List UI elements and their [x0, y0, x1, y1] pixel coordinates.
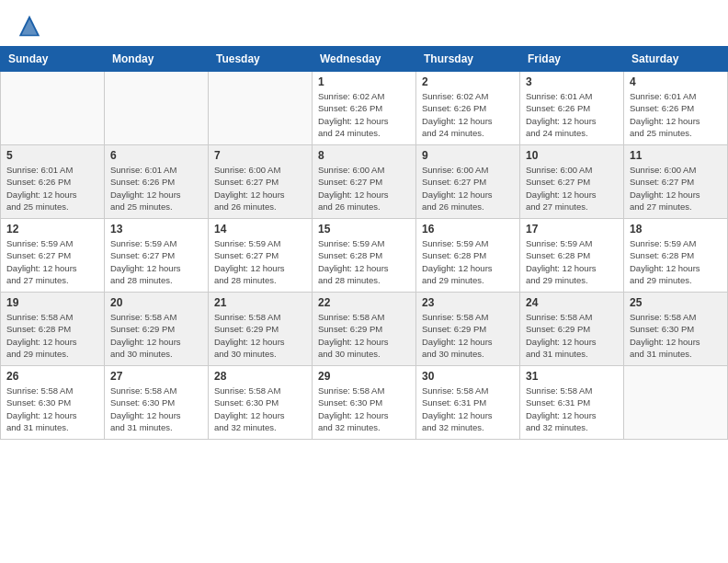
week-row-4: 19Sunrise: 5:58 AM Sunset: 6:28 PM Dayli… — [1, 293, 728, 366]
calendar-cell: 4Sunrise: 6:01 AM Sunset: 6:26 PM Daylig… — [624, 72, 728, 145]
calendar-cell — [1, 72, 105, 145]
header-monday: Monday — [105, 47, 209, 72]
calendar-cell — [209, 72, 313, 145]
calendar-cell: 31Sunrise: 5:58 AM Sunset: 6:31 PM Dayli… — [520, 366, 624, 440]
header-saturday: Saturday — [624, 47, 728, 72]
day-number: 9 — [422, 149, 514, 162]
calendar-cell: 11Sunrise: 6:00 AM Sunset: 6:27 PM Dayli… — [624, 145, 728, 219]
calendar-cell: 15Sunrise: 5:59 AM Sunset: 6:28 PM Dayli… — [313, 219, 416, 293]
header-thursday: Thursday — [416, 47, 520, 72]
calendar-cell: 17Sunrise: 5:59 AM Sunset: 6:28 PM Dayli… — [520, 219, 624, 293]
calendar-cell: 5Sunrise: 6:01 AM Sunset: 6:26 PM Daylig… — [1, 145, 105, 219]
day-number: 1 — [318, 75, 410, 88]
header-wednesday: Wednesday — [313, 47, 416, 72]
header-friday: Friday — [520, 47, 624, 72]
calendar-header-row: SundayMondayTuesdayWednesdayThursdayFrid… — [1, 47, 728, 72]
calendar-cell: 12Sunrise: 5:59 AM Sunset: 6:27 PM Dayli… — [1, 219, 105, 293]
calendar-cell: 10Sunrise: 6:00 AM Sunset: 6:27 PM Dayli… — [520, 145, 624, 219]
day-number: 4 — [630, 75, 722, 88]
day-number: 13 — [110, 223, 202, 236]
calendar-cell: 9Sunrise: 6:00 AM Sunset: 6:27 PM Daylig… — [416, 145, 520, 219]
day-number: 31 — [526, 370, 618, 383]
day-number: 29 — [318, 370, 410, 383]
day-number: 12 — [6, 223, 98, 236]
day-info: Sunrise: 5:59 AM Sunset: 6:28 PM Dayligh… — [630, 237, 722, 286]
day-info: Sunrise: 5:58 AM Sunset: 6:29 PM Dayligh… — [110, 311, 202, 360]
day-info: Sunrise: 6:00 AM Sunset: 6:27 PM Dayligh… — [526, 164, 618, 213]
day-number: 28 — [214, 370, 306, 383]
day-number: 26 — [6, 370, 98, 383]
calendar-cell: 29Sunrise: 5:58 AM Sunset: 6:30 PM Dayli… — [313, 366, 416, 440]
calendar-cell: 1Sunrise: 6:02 AM Sunset: 6:26 PM Daylig… — [313, 72, 416, 145]
header-sunday: Sunday — [1, 47, 105, 72]
day-info: Sunrise: 5:59 AM Sunset: 6:27 PM Dayligh… — [6, 237, 98, 286]
day-info: Sunrise: 5:58 AM Sunset: 6:31 PM Dayligh… — [526, 385, 618, 433]
day-info: Sunrise: 5:59 AM Sunset: 6:28 PM Dayligh… — [526, 237, 618, 286]
calendar-cell: 27Sunrise: 5:58 AM Sunset: 6:30 PM Dayli… — [105, 366, 209, 440]
day-number: 10 — [526, 149, 618, 162]
week-row-3: 12Sunrise: 5:59 AM Sunset: 6:27 PM Dayli… — [1, 219, 728, 293]
day-info: Sunrise: 5:58 AM Sunset: 6:29 PM Dayligh… — [318, 311, 410, 360]
calendar-cell: 16Sunrise: 5:59 AM Sunset: 6:28 PM Dayli… — [416, 219, 520, 293]
calendar-cell: 8Sunrise: 6:00 AM Sunset: 6:27 PM Daylig… — [313, 145, 416, 219]
day-info: Sunrise: 5:59 AM Sunset: 6:28 PM Dayligh… — [422, 237, 514, 286]
day-number: 2 — [422, 75, 514, 88]
calendar-cell — [105, 72, 209, 145]
day-info: Sunrise: 6:01 AM Sunset: 6:26 PM Dayligh… — [6, 164, 98, 213]
calendar-cell: 2Sunrise: 6:02 AM Sunset: 6:26 PM Daylig… — [416, 72, 520, 145]
day-number: 17 — [526, 223, 618, 236]
day-number: 7 — [214, 149, 306, 162]
day-info: Sunrise: 6:00 AM Sunset: 6:27 PM Dayligh… — [318, 164, 410, 213]
calendar-cell: 26Sunrise: 5:58 AM Sunset: 6:30 PM Dayli… — [1, 366, 105, 440]
day-info: Sunrise: 5:58 AM Sunset: 6:29 PM Dayligh… — [214, 311, 306, 360]
week-row-2: 5Sunrise: 6:01 AM Sunset: 6:26 PM Daylig… — [1, 145, 728, 219]
calendar-cell: 19Sunrise: 5:58 AM Sunset: 6:28 PM Dayli… — [1, 293, 105, 366]
day-number: 24 — [526, 296, 618, 309]
day-number: 22 — [318, 296, 410, 309]
calendar-cell: 7Sunrise: 6:00 AM Sunset: 6:27 PM Daylig… — [209, 145, 313, 219]
day-info: Sunrise: 6:02 AM Sunset: 6:26 PM Dayligh… — [318, 90, 410, 139]
day-number: 5 — [6, 149, 98, 162]
calendar-cell — [624, 366, 728, 440]
day-number: 23 — [422, 296, 514, 309]
header-tuesday: Tuesday — [209, 47, 313, 72]
day-info: Sunrise: 5:58 AM Sunset: 6:28 PM Dayligh… — [6, 311, 98, 360]
day-info: Sunrise: 5:58 AM Sunset: 6:29 PM Dayligh… — [422, 311, 514, 360]
day-number: 6 — [110, 149, 202, 162]
logo-icon — [17, 13, 42, 39]
day-info: Sunrise: 5:58 AM Sunset: 6:30 PM Dayligh… — [110, 385, 202, 433]
day-number: 14 — [214, 223, 306, 236]
calendar-cell: 18Sunrise: 5:59 AM Sunset: 6:28 PM Dayli… — [624, 219, 728, 293]
day-info: Sunrise: 6:01 AM Sunset: 6:26 PM Dayligh… — [110, 164, 202, 213]
day-number: 11 — [630, 149, 722, 162]
calendar-cell: 13Sunrise: 5:59 AM Sunset: 6:27 PM Dayli… — [105, 219, 209, 293]
calendar-cell: 22Sunrise: 5:58 AM Sunset: 6:29 PM Dayli… — [313, 293, 416, 366]
page-header — [0, 0, 728, 46]
day-number: 21 — [214, 296, 306, 309]
day-number: 19 — [6, 296, 98, 309]
day-info: Sunrise: 6:00 AM Sunset: 6:27 PM Dayligh… — [214, 164, 306, 213]
day-info: Sunrise: 6:02 AM Sunset: 6:26 PM Dayligh… — [422, 90, 514, 139]
day-info: Sunrise: 5:58 AM Sunset: 6:30 PM Dayligh… — [6, 385, 98, 433]
day-info: Sunrise: 5:58 AM Sunset: 6:30 PM Dayligh… — [318, 385, 410, 433]
calendar-cell: 21Sunrise: 5:58 AM Sunset: 6:29 PM Dayli… — [209, 293, 313, 366]
day-number: 15 — [318, 223, 410, 236]
day-number: 25 — [630, 296, 722, 309]
calendar-cell: 6Sunrise: 6:01 AM Sunset: 6:26 PM Daylig… — [105, 145, 209, 219]
calendar-cell: 28Sunrise: 5:58 AM Sunset: 6:30 PM Dayli… — [209, 366, 313, 440]
day-info: Sunrise: 6:01 AM Sunset: 6:26 PM Dayligh… — [526, 90, 618, 139]
day-number: 8 — [318, 149, 410, 162]
day-number: 30 — [422, 370, 514, 383]
day-info: Sunrise: 5:58 AM Sunset: 6:30 PM Dayligh… — [630, 311, 722, 360]
day-number: 3 — [526, 75, 618, 88]
calendar-cell: 30Sunrise: 5:58 AM Sunset: 6:31 PM Dayli… — [416, 366, 520, 440]
day-number: 18 — [630, 223, 722, 236]
day-info: Sunrise: 6:01 AM Sunset: 6:26 PM Dayligh… — [630, 90, 722, 139]
day-info: Sunrise: 5:58 AM Sunset: 6:29 PM Dayligh… — [526, 311, 618, 360]
day-info: Sunrise: 6:00 AM Sunset: 6:27 PM Dayligh… — [630, 164, 722, 213]
day-info: Sunrise: 5:58 AM Sunset: 6:30 PM Dayligh… — [214, 385, 306, 433]
day-number: 16 — [422, 223, 514, 236]
day-number: 20 — [110, 296, 202, 309]
week-row-1: 1Sunrise: 6:02 AM Sunset: 6:26 PM Daylig… — [1, 72, 728, 145]
day-info: Sunrise: 5:59 AM Sunset: 6:28 PM Dayligh… — [318, 237, 410, 286]
